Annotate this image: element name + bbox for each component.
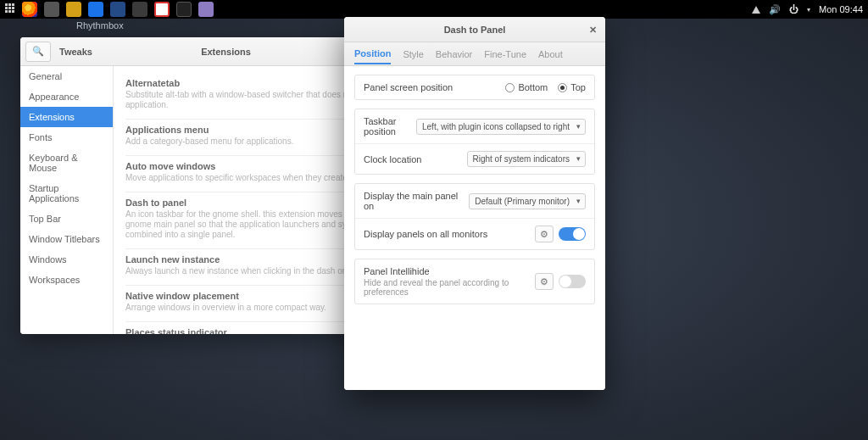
radio-top[interactable]: Top	[558, 82, 586, 92]
intellihide-settings-button[interactable]: ⚙	[535, 273, 554, 290]
clock-location-label: Clock location	[364, 154, 467, 164]
taskbar-position-label: Taskbar position	[364, 116, 416, 136]
sidebar-item-windows[interactable]: Windows	[20, 249, 113, 270]
tweaks-sidebar: GeneralAppearanceExtensionsFontsKeyboard…	[20, 66, 114, 334]
rhythmbox-icon[interactable]	[66, 2, 81, 17]
intellihide-subtitle: Hide and reveal the panel according to p…	[364, 278, 535, 297]
document-icon[interactable]	[88, 2, 103, 17]
firefox-icon[interactable]	[22, 2, 37, 17]
gear-icon: ⚙	[540, 229, 548, 240]
close-button[interactable]: ✕	[585, 22, 600, 37]
clock-label[interactable]: Mon 09:44	[819, 4, 863, 14]
tweaks-title: Tweaks	[59, 47, 92, 57]
display-all-label: Display panels on all monitors	[364, 229, 535, 239]
sidebar-item-startup-applications[interactable]: Startup Applications	[20, 178, 113, 209]
intellihide-switch[interactable]	[559, 275, 586, 288]
screen-position-group: Panel screen position Bottom Top	[354, 75, 595, 100]
app-icon[interactable]	[198, 2, 214, 17]
dash-to-panel-dialog: Dash to Panel ✕ PositionStyleBehaviorFin…	[344, 17, 605, 390]
sidebar-item-workspaces[interactable]: Workspaces	[20, 270, 113, 290]
intellihide-label: Panel Intellihide Hide and reveal the pa…	[364, 266, 535, 297]
sidebar-item-extensions[interactable]: Extensions	[20, 107, 113, 127]
dtp-tabs: PositionStyleBehaviorFine-TuneAbout	[344, 42, 605, 66]
display-main-row: Display the main panel on Default (Prima…	[355, 184, 594, 219]
screen-position-label: Panel screen position	[364, 82, 505, 92]
tab-behavior[interactable]: Behavior	[436, 44, 472, 64]
sidebar-item-keyboard-mouse[interactable]: Keyboard & Mouse	[20, 148, 113, 178]
screen-position-radios: Bottom Top	[505, 82, 586, 92]
tab-style[interactable]: Style	[403, 44, 423, 64]
taskbar-position-row: Taskbar position Left, with plugin icons…	[355, 109, 594, 144]
clock-location-dropdown[interactable]: Right of system indicators	[467, 151, 587, 167]
search-button[interactable]: 🔍	[25, 42, 51, 62]
tab-about[interactable]: About	[538, 44, 563, 64]
steam-icon[interactable]	[44, 2, 59, 17]
dtp-headerbar: Dash to Panel ✕	[344, 17, 605, 42]
display-main-dropdown[interactable]: Default (Primary monitor)	[469, 193, 586, 209]
sidebar-item-appearance[interactable]: Appearance	[20, 86, 113, 107]
top-bar: 🔊 ⏻ ▾ Mon 09:44	[0, 0, 868, 19]
display-all-row: Display panels on all monitors ⚙	[355, 219, 594, 249]
gear-icon: ⚙	[540, 276, 548, 287]
search-icon: 🔍	[32, 46, 44, 57]
layout-group: Taskbar position Left, with plugin icons…	[354, 109, 595, 175]
sidebar-item-top-bar[interactable]: Top Bar	[20, 209, 113, 229]
network-icon	[752, 6, 760, 14]
sidebar-item-window-titlebars[interactable]: Window Titlebars	[20, 229, 113, 249]
terminal-icon[interactable]	[176, 2, 192, 17]
display-main-label: Display the main panel on	[364, 191, 469, 211]
radio-bottom[interactable]: Bottom	[505, 82, 548, 92]
applications-icon[interactable]	[5, 3, 17, 15]
system-status-area[interactable]: 🔊 ⏻ ▾ Mon 09:44	[752, 4, 863, 15]
radio-top-label: Top	[570, 82, 586, 92]
tab-fine-tune[interactable]: Fine-Tune	[484, 44, 526, 64]
sidebar-item-general[interactable]: General	[20, 66, 113, 86]
audio-icon: 🔊	[769, 4, 781, 15]
screen-position-row: Panel screen position Bottom Top	[355, 75, 594, 99]
clock-location-row: Clock location Right of system indicator…	[355, 144, 594, 174]
intellihide-row: Panel Intellihide Hide and reveal the pa…	[355, 259, 594, 304]
pinned-apps	[22, 2, 214, 17]
intellihide-group: Panel Intellihide Hide and reveal the pa…	[354, 259, 595, 304]
chevron-down-icon: ▾	[807, 6, 810, 14]
running-app-label[interactable]: Rhythmbox	[76, 20, 124, 31]
taskbar-position-dropdown[interactable]: Left, with plugin icons collapsed to rig…	[416, 119, 586, 135]
dtp-title: Dash to Panel	[444, 25, 506, 35]
help-icon[interactable]	[154, 2, 170, 17]
power-icon: ⏻	[789, 4, 798, 14]
intellihide-title: Panel Intellihide	[364, 266, 535, 276]
display-all-switch[interactable]	[559, 227, 586, 241]
close-icon: ✕	[589, 25, 597, 36]
tab-position[interactable]: Position	[354, 43, 391, 64]
display-group: Display the main panel on Default (Prima…	[354, 183, 595, 250]
radio-bottom-label: Bottom	[518, 82, 548, 92]
software-icon[interactable]	[132, 2, 147, 17]
sidebar-item-fonts[interactable]: Fonts	[20, 127, 113, 148]
files-icon[interactable]	[110, 2, 125, 17]
display-all-settings-button[interactable]: ⚙	[535, 226, 554, 242]
dtp-content: Panel screen position Bottom Top Taskbar…	[344, 66, 605, 390]
